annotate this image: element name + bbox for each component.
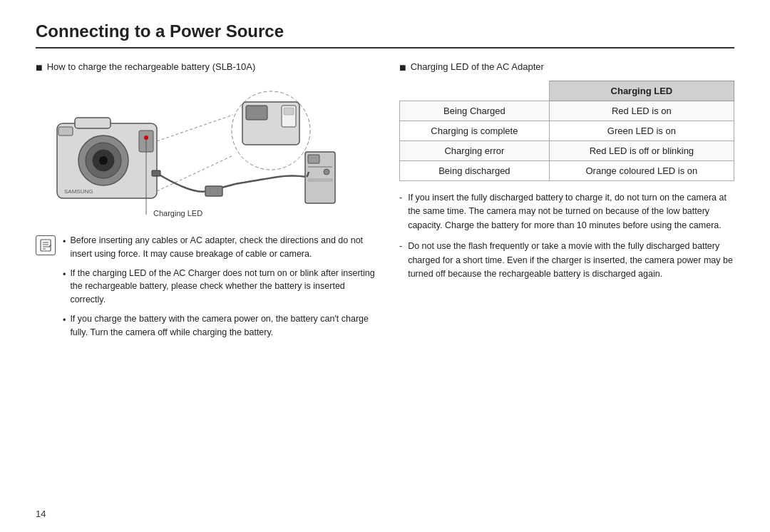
page-title: Connecting to a Power Source: [36, 21, 734, 48]
svg-rect-26: [41, 240, 51, 251]
note-bullet-1: •: [63, 235, 66, 261]
page: Connecting to a Power Source ■ How to ch…: [0, 0, 770, 532]
col2-header: Charging LED: [549, 81, 734, 101]
dash-note-1: - If you insert the fully discharged bat…: [399, 191, 734, 232]
dash-text-2: Do not use the flash frequently or take …: [408, 240, 734, 281]
svg-rect-6: [58, 127, 73, 135]
svg-line-22: [157, 115, 233, 141]
svg-rect-14: [284, 108, 294, 115]
notes-icon: [36, 235, 56, 255]
led-cell-4: Orange coloured LED is on: [549, 161, 734, 181]
table-row: Being Charged Red LED is on: [400, 101, 734, 121]
status-cell-4: Being discharged: [400, 161, 550, 181]
col1-header: [400, 81, 550, 101]
note-item-3: • If you charge the battery with the cam…: [63, 312, 378, 339]
dash-bullet-2: -: [399, 240, 402, 281]
svg-text:Charging LED: Charging LED: [153, 209, 202, 218]
dash-note-2: - Do not use the flash frequently or tak…: [399, 240, 734, 281]
note-bullet-2: •: [63, 268, 66, 307]
svg-point-20: [324, 169, 329, 175]
left-column: ■ How to charge the rechargeable battery…: [36, 61, 378, 344]
status-cell-2: Charging is complete: [400, 121, 550, 141]
table-row: Charging is complete Green LED is on: [400, 121, 734, 141]
dash-bullet-1: -: [399, 191, 402, 232]
led-cell-2: Green LED is on: [549, 121, 734, 141]
status-cell-3: Charging error: [400, 141, 550, 161]
note-text-2: If the charging LED of the AC Charger do…: [70, 267, 378, 307]
right-column: ■ Charging LED of the AC Adapter Chargin…: [399, 61, 734, 344]
left-header-text: How to charge the rechargeable battery (…: [47, 61, 256, 72]
note-text-1: Before inserting any cables or AC adapte…: [70, 234, 378, 261]
camera-illustration: SAMSUNG: [36, 81, 342, 223]
svg-rect-16: [205, 186, 222, 196]
dash-text-1: If you insert the fully discharged batte…: [408, 191, 734, 232]
led-cell-3: Red LED is off or blinking: [549, 141, 734, 161]
led-table: Charging LED Being Charged Red LED is on…: [399, 81, 734, 181]
notes-content: • Before inserting any cables or AC adap…: [63, 234, 378, 344]
left-section-header: ■ How to charge the rechargeable battery…: [36, 61, 378, 73]
svg-point-9: [144, 135, 148, 140]
svg-rect-19: [308, 166, 332, 168]
right-header-text: Charging LED of the AC Adapter: [411, 61, 544, 72]
svg-point-4: [99, 156, 108, 165]
svg-rect-21: [308, 179, 332, 181]
note-bullet-3: •: [63, 314, 66, 339]
notes-box: • Before inserting any cables or AC adap…: [36, 234, 378, 344]
page-number: 14: [36, 508, 46, 519]
led-cell-1: Red LED is on: [549, 101, 734, 121]
svg-rect-18: [308, 155, 319, 163]
section-bullet: ■: [36, 62, 43, 73]
table-header-row: Charging LED: [400, 81, 734, 101]
camera-svg: SAMSUNG: [36, 81, 342, 223]
status-cell-1: Being Charged: [400, 101, 550, 121]
content-area: ■ How to charge the rechargeable battery…: [36, 61, 734, 344]
table-row: Being discharged Orange coloured LED is …: [400, 161, 734, 181]
svg-rect-15: [152, 170, 160, 176]
pencil-note-icon: [38, 238, 53, 252]
right-section-bullet: ■: [399, 62, 406, 73]
right-section-header: ■ Charging LED of the AC Adapter: [399, 61, 734, 73]
svg-rect-12: [246, 106, 267, 120]
note-item-2: • If the charging LED of the AC Charger …: [63, 267, 378, 307]
table-row: Charging error Red LED is off or blinkin…: [400, 141, 734, 161]
note-text-3: If you charge the battery with the camer…: [70, 312, 378, 339]
note-item-1: • Before inserting any cables or AC adap…: [63, 234, 378, 261]
svg-text:SAMSUNG: SAMSUNG: [64, 188, 93, 195]
svg-rect-5: [75, 118, 111, 128]
